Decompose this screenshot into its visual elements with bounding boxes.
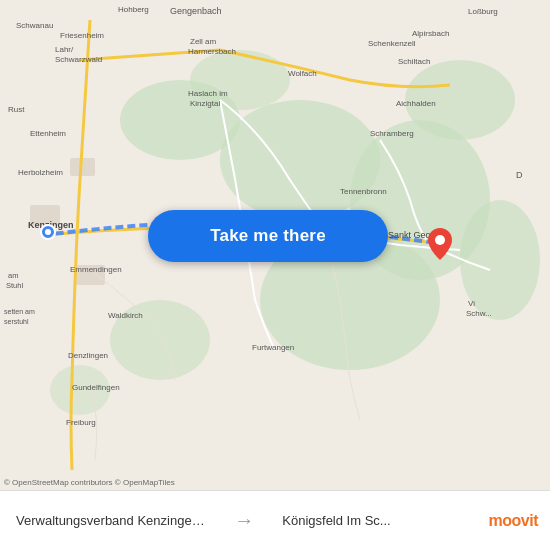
map-container: Gengenbach Hohberg Friesenheim Lahr/ Sch…	[0, 0, 550, 490]
svg-text:Herbolzheim: Herbolzheim	[18, 168, 63, 177]
svg-text:Schwarzwald: Schwarzwald	[55, 55, 102, 64]
footer-destination: Königsfeld Im Sc...	[266, 513, 488, 528]
svg-text:Wolfach: Wolfach	[288, 69, 317, 78]
svg-text:Vi: Vi	[468, 299, 475, 308]
footer-arrow-icon: →	[222, 509, 266, 532]
svg-text:Kinzigtal: Kinzigtal	[190, 99, 220, 108]
svg-text:am: am	[8, 271, 18, 280]
svg-text:Waldkirch: Waldkirch	[108, 311, 143, 320]
moovit-logo-text: moovit	[489, 512, 538, 530]
svg-text:setten am: setten am	[4, 308, 35, 315]
destination-pin	[428, 228, 452, 264]
svg-text:Haslach im: Haslach im	[188, 89, 228, 98]
svg-text:D: D	[516, 170, 523, 180]
footer-origin: Verwaltungsverband Kenzingen...	[0, 513, 222, 528]
svg-text:serstuhl: serstuhl	[4, 318, 29, 325]
svg-text:Harmersbach: Harmersbach	[188, 47, 236, 56]
svg-text:Stuhl: Stuhl	[6, 281, 23, 290]
footer: Verwaltungsverband Kenzingen... → Königs…	[0, 490, 550, 550]
svg-text:Aichhalden: Aichhalden	[396, 99, 436, 108]
svg-text:Emmendingen: Emmendingen	[70, 265, 122, 274]
svg-text:Furtwangen: Furtwangen	[252, 343, 294, 352]
svg-text:Zell am: Zell am	[190, 37, 217, 46]
origin-pin	[38, 222, 58, 246]
take-me-there-button[interactable]: Take me there	[148, 210, 388, 262]
svg-text:Gundelfingen: Gundelfingen	[72, 383, 120, 392]
svg-text:Friesenheim: Friesenheim	[60, 31, 104, 40]
svg-text:Schenkenzell: Schenkenzell	[368, 39, 416, 48]
svg-text:Tennenbronn: Tennenbronn	[340, 187, 387, 196]
svg-text:Schw...: Schw...	[466, 309, 492, 318]
svg-text:Schramberg: Schramberg	[370, 129, 414, 138]
svg-text:Freiburg: Freiburg	[66, 418, 96, 427]
moovit-logo: moovit	[489, 512, 550, 530]
svg-text:Schwanau: Schwanau	[16, 21, 53, 30]
svg-text:Lahr/: Lahr/	[55, 45, 74, 54]
svg-text:Rust: Rust	[8, 105, 25, 114]
svg-text:Hohberg: Hohberg	[118, 5, 149, 14]
svg-text:© OpenStreetMap contributors ©: © OpenStreetMap contributors © OpenMapTi…	[4, 478, 175, 487]
svg-text:Alpirsbach: Alpirsbach	[412, 29, 449, 38]
svg-point-52	[45, 229, 51, 235]
svg-text:Loßburg: Loßburg	[468, 7, 498, 16]
svg-text:Denzlingen: Denzlingen	[68, 351, 108, 360]
svg-text:Schiltach: Schiltach	[398, 57, 430, 66]
svg-text:Gengenbach: Gengenbach	[170, 6, 222, 16]
svg-text:Ettenheim: Ettenheim	[30, 129, 66, 138]
svg-point-53	[435, 235, 445, 245]
